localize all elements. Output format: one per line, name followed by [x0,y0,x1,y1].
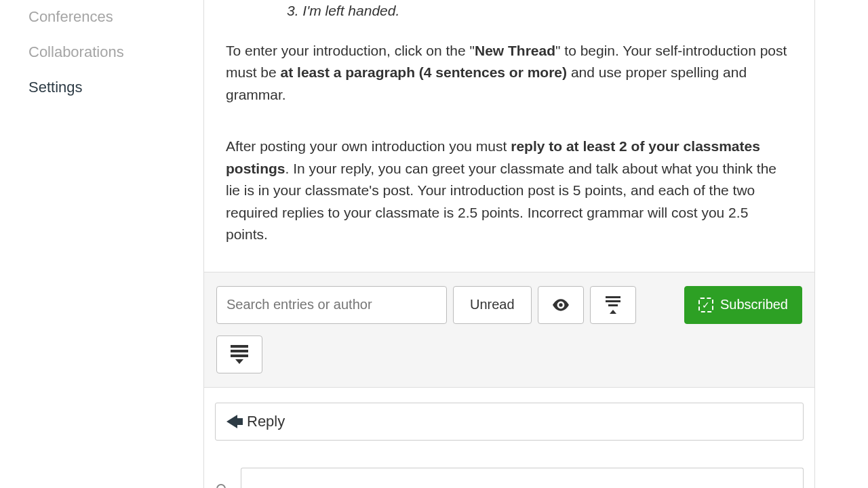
reply-label: Reply [247,413,285,430]
thread-entry [204,455,814,488]
check-icon: ✓ [698,298,713,312]
subscribed-button[interactable]: ✓ Subscribed [684,286,802,324]
sidebar-item-conferences[interactable]: Conferences [28,0,203,35]
search-input[interactable] [216,286,447,324]
prompt-paragraph-2: After posting your own introduction you … [226,114,793,254]
prompt-list-item-3: 3. I'm left handed. [287,0,793,35]
sidebar-item-collaborations[interactable]: Collaborations [28,35,203,70]
prompt-paragraph-1: To enter your introduction, click on the… [226,35,793,115]
expand-icon [231,345,248,364]
view-toggle-button[interactable] [538,286,584,324]
reply-section: Reply [204,388,814,455]
reply-button[interactable]: Reply [215,403,804,441]
unread-button[interactable]: Unread [453,286,532,324]
discussion-toolbar: Unread ✓ Subscribed [204,272,814,388]
unread-indicator-icon[interactable] [216,484,226,488]
eye-icon [552,299,570,311]
thread-post-box[interactable] [241,468,804,488]
expand-replies-button[interactable] [216,336,262,373]
reply-arrow-icon [226,415,237,428]
subscribed-label: Subscribed [720,297,788,312]
collapse-replies-button[interactable] [590,286,636,324]
collapse-icon [606,296,620,314]
course-nav-sidebar: Conferences Collaborations Settings [0,0,203,488]
discussion-prompt: 3. I'm left handed. To enter your introd… [204,0,814,272]
sidebar-item-settings[interactable]: Settings [28,70,203,106]
main-content: 3. I'm left handed. To enter your introd… [203,0,815,488]
